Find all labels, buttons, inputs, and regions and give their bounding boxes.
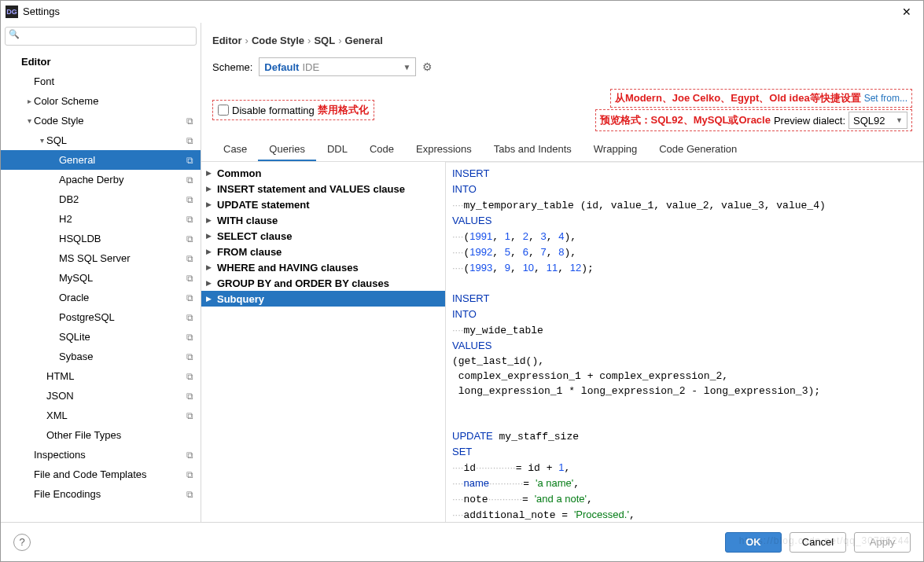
tree-item-xml[interactable]: XML⧉ — [1, 406, 201, 425]
tree-item-sqlite[interactable]: SQLite⧉ — [1, 327, 201, 347]
chevron-down-icon: ▼ — [403, 63, 410, 72]
tab-expressions[interactable]: Expressions — [405, 138, 483, 161]
help-icon[interactable]: ? — [13, 534, 31, 551]
disable-formatting-checkbox[interactable] — [218, 105, 229, 116]
tree-item-other-file-types[interactable]: Other File Types — [1, 425, 201, 445]
triangle-icon: ▶ — [206, 216, 217, 224]
tab-case[interactable]: Case — [212, 138, 258, 161]
clause-group-by-and-order-by-clauses[interactable]: ▶GROUP BY and ORDER BY clauses — [201, 275, 445, 291]
tree-item-json[interactable]: JSON⧉ — [1, 386, 201, 406]
tree-label: PostgreSQL — [59, 311, 184, 323]
tree-label: MS SQL Server — [59, 252, 184, 264]
tree-item-sybase[interactable]: Sybase⧉ — [1, 347, 201, 366]
tree-item-color-scheme[interactable]: ▸Color Scheme — [1, 91, 201, 111]
tree-item-general[interactable]: General⧉ — [1, 150, 201, 170]
disable-formatting-annotation: 禁用格式化 — [318, 103, 369, 117]
breadcrumb-part[interactable]: SQL — [314, 35, 335, 46]
clause-list: ▶Common▶INSERT statement and VALUES clau… — [201, 162, 445, 522]
search-input[interactable] — [5, 27, 197, 46]
titlebar: DG Settings ✕ — [1, 1, 923, 23]
triangle-icon: ▶ — [206, 232, 217, 240]
watermark: https://blog.csdn.net/qq_30785244 — [739, 535, 910, 546]
tree-label: Font — [34, 75, 196, 87]
triangle-icon: ▶ — [206, 200, 217, 208]
tree-item-postgresql[interactable]: PostgreSQL⧉ — [1, 307, 201, 327]
tree-item-code-style[interactable]: ▾Code Style⧉ — [1, 111, 201, 130]
clause-from-clause[interactable]: ▶FROM clause — [201, 244, 445, 259]
clause-common[interactable]: ▶Common — [201, 165, 445, 181]
copy-icon: ⧉ — [184, 292, 196, 303]
clause-where-and-having-clauses[interactable]: ▶WHERE and HAVING clauses — [201, 259, 445, 275]
tree-label: File Encodings — [34, 488, 184, 500]
tab-code-generation[interactable]: Code Generation — [648, 138, 748, 161]
tree-item-sql[interactable]: ▾SQL⧉ — [1, 130, 201, 150]
scheme-label: Scheme: — [212, 61, 252, 73]
tab-ddl[interactable]: DDL — [316, 138, 359, 161]
tree-label: Oracle — [59, 292, 184, 303]
tree-item-mysql[interactable]: MySQL⧉ — [1, 268, 201, 288]
arrow-icon: ▸ — [24, 97, 34, 105]
setfrom-annotation: 从Modern、Joe Celko、Egypt、Old idea等快捷设置 — [615, 91, 861, 105]
tree-label: General — [59, 154, 184, 166]
tab-wrapping[interactable]: Wrapping — [583, 138, 648, 161]
arrow-icon: ▾ — [24, 116, 34, 125]
gear-icon[interactable]: ⚙ — [422, 61, 433, 73]
scheme-ide: IDE — [302, 61, 319, 73]
clause-insert-statement-and-values-clause[interactable]: ▶INSERT statement and VALUES clause — [201, 181, 445, 197]
preview-dialect-value: SQL92 — [853, 115, 885, 127]
tree-item-db2[interactable]: DB2⧉ — [1, 189, 201, 209]
copy-icon: ⧉ — [184, 332, 196, 343]
tab-code[interactable]: Code — [359, 138, 405, 161]
copy-icon: ⧉ — [184, 214, 196, 225]
tree-item-h2[interactable]: H2⧉ — [1, 209, 201, 229]
copy-icon: ⧉ — [184, 371, 196, 382]
clause-label: GROUP BY and ORDER BY clauses — [217, 277, 389, 289]
tree-label: HSQLDB — [59, 233, 184, 244]
close-icon[interactable]: ✕ — [895, 6, 918, 18]
copy-icon: ⧉ — [184, 194, 196, 205]
tree-item-file-encodings[interactable]: File Encodings⧉ — [1, 484, 201, 504]
triangle-icon: ▶ — [206, 263, 217, 271]
tree-item-apache-derby[interactable]: Apache Derby⧉ — [1, 170, 201, 189]
window-title: Settings — [23, 6, 895, 17]
clause-label: UPDATE statement — [217, 199, 310, 211]
tab-tabs-and-indents[interactable]: Tabs and Indents — [483, 138, 583, 161]
tree-item-inspections[interactable]: Inspections⧉ — [1, 445, 201, 465]
tree-item-editor[interactable]: Editor — [1, 52, 201, 72]
clause-subquery[interactable]: ▶Subquery — [201, 291, 445, 307]
arrow-icon: ▾ — [37, 136, 46, 145]
set-from-link[interactable]: Set from... — [864, 93, 907, 104]
copy-icon: ⧉ — [184, 469, 196, 480]
triangle-icon: ▶ — [206, 248, 217, 255]
formatting-tabs: CaseQueriesDDLCodeExpressionsTabs and In… — [201, 138, 923, 162]
tree-label: JSON — [46, 390, 184, 402]
tree-label: Editor — [21, 56, 196, 68]
tab-queries[interactable]: Queries — [258, 138, 316, 161]
tree-item-font[interactable]: Font — [1, 72, 201, 91]
clause-update-statement[interactable]: ▶UPDATE statement — [201, 197, 445, 212]
copy-icon: ⧉ — [184, 312, 196, 323]
copy-icon: ⧉ — [184, 273, 196, 284]
breadcrumb-part[interactable]: Editor — [212, 35, 242, 46]
code-preview: INSERT INTO ····my_temporary_table (id, … — [446, 162, 923, 522]
copy-icon: ⧉ — [184, 489, 196, 500]
triangle-icon: ▶ — [206, 169, 217, 177]
tree-item-file-and-code-templates[interactable]: File and Code Templates⧉ — [1, 465, 201, 484]
tree-item-ms-sql-server[interactable]: MS SQL Server⧉ — [1, 248, 201, 268]
copy-icon: ⧉ — [184, 410, 196, 421]
tree-item-html[interactable]: HTML⧉ — [1, 366, 201, 386]
scheme-default: Default — [264, 61, 299, 73]
scheme-select[interactable]: Default IDE ▼ — [259, 57, 416, 76]
breadcrumb-part[interactable]: Code Style — [252, 35, 304, 46]
tree-label: DB2 — [59, 193, 184, 205]
breadcrumb-part[interactable]: General — [345, 35, 383, 46]
tree-item-oracle[interactable]: Oracle⧉ — [1, 288, 201, 307]
copy-icon: ⧉ — [184, 233, 196, 244]
clause-select-clause[interactable]: ▶SELECT clause — [201, 228, 445, 244]
clause-with-clause[interactable]: ▶WITH clause — [201, 212, 445, 228]
triangle-icon: ▶ — [206, 185, 217, 193]
sidebar: EditorFont▸Color Scheme▾Code Style⧉▾SQL⧉… — [1, 23, 201, 522]
tree-item-hsqldb[interactable]: HSQLDB⧉ — [1, 229, 201, 248]
tree-label: XML — [46, 410, 184, 421]
preview-dialect-select[interactable]: SQL92 ▼ — [849, 112, 907, 129]
